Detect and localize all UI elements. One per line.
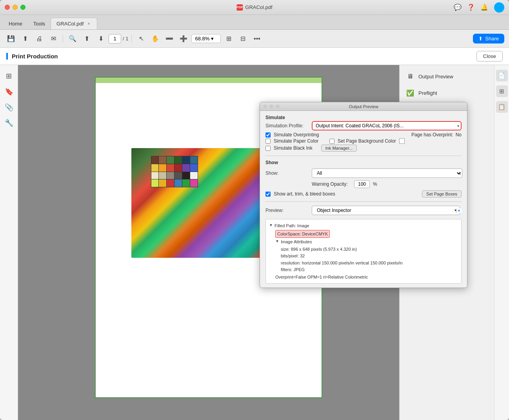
divider-2 bbox=[265, 201, 462, 202]
sidebar-icon-tools[interactable]: 🔧 bbox=[3, 117, 15, 129]
sidebar-icon-pages[interactable]: ⊞ bbox=[3, 70, 15, 82]
more-button[interactable]: ••• bbox=[251, 33, 263, 45]
page-has-overprint-value: No bbox=[456, 132, 462, 138]
page-total-label: / 1 bbox=[123, 36, 128, 42]
tab-file[interactable]: GRACol.pdf × bbox=[51, 18, 97, 29]
print-production-title: Print Production bbox=[6, 53, 58, 60]
pdf-file-icon: PDF bbox=[236, 4, 243, 11]
simulate-overprint-row: Simulate Overprinting Page has Overprint… bbox=[265, 132, 462, 138]
titlebar-right: 💬 ❓ 🔔 bbox=[454, 2, 504, 13]
tab-tools[interactable]: Tools bbox=[28, 18, 51, 29]
print-production-close-button[interactable]: Close bbox=[476, 51, 503, 62]
select-tool-button[interactable]: ↖ bbox=[135, 33, 147, 45]
output-preview-panel: Output Preview Simulate Simulation Profi… bbox=[260, 102, 467, 288]
user-avatar[interactable] bbox=[494, 2, 504, 13]
tab-home[interactable]: Home bbox=[3, 18, 28, 29]
share-button[interactable]: ⬆ Share bbox=[473, 34, 504, 43]
show-dropdown-select[interactable]: All bbox=[312, 168, 462, 178]
ink-manager-button[interactable]: Ink Manager... bbox=[321, 145, 357, 152]
sidebar-icon-comments[interactable]: 📎 bbox=[3, 101, 15, 114]
simulation-profile-row: Simulation Profile: Output Intent: Coate… bbox=[265, 121, 462, 130]
show-dropdown-label: Show: bbox=[265, 170, 309, 176]
preview-select[interactable]: Object Inspector bbox=[312, 206, 460, 215]
output-preview-panel-title: Output Preview bbox=[349, 104, 378, 109]
op-tl-1[interactable] bbox=[263, 105, 267, 109]
warning-opacity-input[interactable] bbox=[354, 180, 370, 188]
simulation-profile-select-wrapper: Output Intent: Coated GRACoL 2006 (IS...… bbox=[312, 121, 462, 130]
warning-opacity-label: Warning Opacity: bbox=[312, 181, 351, 187]
sidebar-icon-bookmarks[interactable]: 🔖 bbox=[3, 85, 15, 98]
panel-tool-output-preview[interactable]: 🖥 Output Preview bbox=[400, 68, 494, 85]
output-preview-titlebar: Output Preview bbox=[260, 102, 467, 111]
toolbar: 💾 ⬆ 🖨 ✉ 🔍 ⬆ ⬇ / 1 ↖ ✋ ➖ ➕ 68.8% ▾ ⊞ ⊟ ••… bbox=[0, 30, 509, 48]
close-traffic-light[interactable] bbox=[5, 5, 10, 10]
minimize-traffic-light[interactable] bbox=[13, 5, 18, 10]
search-button[interactable]: 🔍 bbox=[66, 33, 79, 45]
zoom-select[interactable]: 68.8% ▾ bbox=[191, 34, 221, 43]
show-title: Show bbox=[265, 160, 462, 165]
tree-image-attributes-row: ▼ Image Attributes bbox=[275, 239, 458, 245]
share-icon: ⬆ bbox=[478, 36, 483, 42]
page-number-input[interactable] bbox=[109, 34, 121, 43]
op-tl-2[interactable] bbox=[269, 105, 273, 109]
titlebar: PDF GRACol.pdf 💬 ❓ 🔔 bbox=[0, 0, 509, 15]
simulate-black-ink-checkbox[interactable] bbox=[265, 146, 271, 151]
notification-icon[interactable]: 🔔 bbox=[481, 4, 488, 11]
print-production-bar: Print Production Close bbox=[0, 48, 509, 65]
right-sidebar-icon-3[interactable]: 📋 bbox=[496, 101, 508, 113]
preview-label: Preview: bbox=[265, 208, 309, 213]
preflight-icon: ✅ bbox=[406, 89, 414, 97]
tab-close-button[interactable]: × bbox=[86, 21, 91, 26]
simulation-profile-select[interactable]: Output Intent: Coated GRACoL 2006 (IS... bbox=[312, 121, 462, 130]
tree-filled-path-label: Filled Path: Image bbox=[274, 223, 309, 229]
output-preview-icon: 🖥 bbox=[406, 72, 414, 81]
fit-page-button[interactable]: ⊞ bbox=[222, 33, 235, 45]
chat-icon[interactable]: 💬 bbox=[454, 4, 461, 11]
show-art-trim-bleed-label: Show art, trim, & bleed boxes bbox=[274, 191, 335, 197]
show-dropdown-row: Show: All ⇕ bbox=[265, 168, 462, 178]
upload-button[interactable]: ⬆ bbox=[19, 33, 31, 45]
divider-1 bbox=[265, 156, 462, 156]
tree-toggle-filled-path[interactable]: ▼ bbox=[269, 223, 273, 227]
snap-button[interactable]: ⊟ bbox=[236, 33, 249, 45]
left-sidebar: ⊞ 🔖 📎 🔧 bbox=[0, 65, 18, 420]
preview-row: Preview: Object Inspector ▾ bbox=[265, 206, 462, 215]
tree-toggle-image-attrs[interactable]: ▼ bbox=[275, 239, 279, 243]
print-button[interactable]: 🖨 bbox=[33, 33, 45, 45]
simulate-black-ink-label: Simulate Black Ink bbox=[274, 145, 313, 151]
set-page-bg-label: Set Page Background Color bbox=[338, 138, 396, 144]
op-body: Simulate Simulation Profile: Output Inte… bbox=[260, 111, 467, 219]
show-art-row: Show art, trim, & bleed boxes Set Page B… bbox=[265, 190, 462, 197]
right-sidebar-icon-2[interactable]: ⊞ bbox=[496, 85, 508, 97]
tree-filters: filters: JPEG bbox=[281, 266, 458, 273]
simulate-section: Simulate Simulation Profile: Output Inte… bbox=[265, 115, 462, 152]
simulate-black-ink-row: Simulate Black Ink Ink Manager... bbox=[265, 145, 462, 152]
color-chart bbox=[151, 156, 198, 187]
zoom-in-button[interactable]: ➕ bbox=[177, 33, 190, 45]
maximize-traffic-light[interactable] bbox=[20, 5, 25, 10]
zoom-out-button[interactable]: ➖ bbox=[163, 33, 176, 45]
prev-page-button[interactable]: ⬆ bbox=[80, 33, 93, 45]
tree-colorspace-row: ColorSpace: DeviceCMYK bbox=[275, 230, 458, 238]
show-section: Show Show: All ⇕ Warning Opacity: % bbox=[265, 160, 462, 197]
set-page-bg-checkbox[interactable] bbox=[329, 139, 334, 144]
save-button[interactable]: 💾 bbox=[5, 33, 17, 45]
tree-size: size: 896 x 648 pixels (5.973 x 4.320 in… bbox=[281, 246, 458, 253]
hand-tool-button[interactable]: ✋ bbox=[149, 33, 162, 45]
panel-tool-preflight[interactable]: ✅ Preflight bbox=[400, 85, 494, 101]
next-page-button[interactable]: ⬇ bbox=[95, 33, 107, 45]
op-tl-3[interactable] bbox=[276, 105, 280, 109]
show-art-trim-bleed-checkbox[interactable] bbox=[265, 192, 271, 197]
app-window: PDF GRACol.pdf 💬 ❓ 🔔 Home Tools GRACol.p… bbox=[0, 0, 509, 420]
right-sidebar-icon-1[interactable]: 📄 bbox=[496, 70, 508, 81]
page-top-bar bbox=[96, 78, 322, 83]
simulate-overprinting-checkbox[interactable] bbox=[265, 132, 271, 138]
simulate-title: Simulate bbox=[265, 115, 462, 120]
help-icon[interactable]: ❓ bbox=[467, 4, 474, 11]
preflight-label: Preflight bbox=[418, 90, 437, 96]
set-page-boxes-button[interactable]: Set Page Boxes bbox=[422, 190, 462, 197]
simulation-profile-label: Simulation Profile: bbox=[265, 123, 309, 129]
tree-resolution: resolution: horizontal 150.000 pixels/in… bbox=[281, 260, 458, 266]
email-button[interactable]: ✉ bbox=[47, 33, 60, 45]
simulate-paper-color-checkbox[interactable] bbox=[265, 139, 271, 144]
